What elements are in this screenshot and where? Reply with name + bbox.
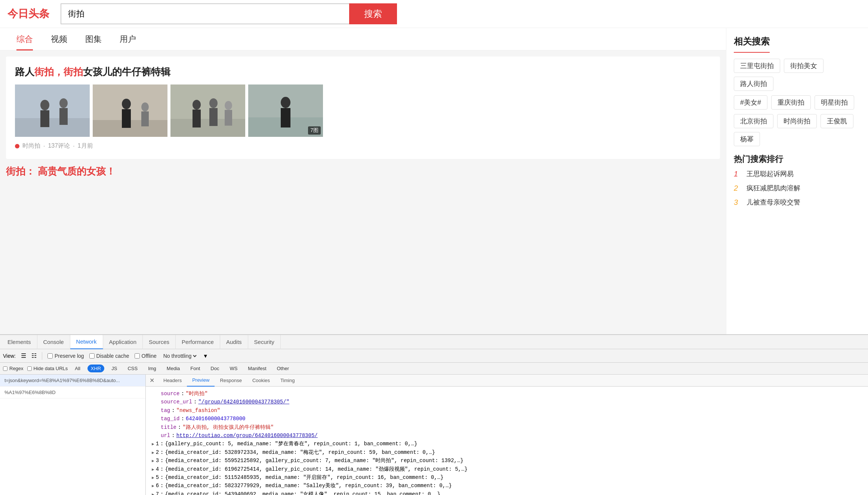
json-array-item-7[interactable]: ▶ 7: {media_creator_id: 5439400692, medi…	[152, 490, 862, 495]
preview-close-icon[interactable]: ✕	[146, 377, 158, 384]
json-key-source: source	[161, 390, 179, 398]
search-input[interactable]	[61, 3, 349, 24]
json-array-item-5[interactable]: ▶ 5: {media_creator_id: 51152485935, med…	[152, 473, 862, 482]
json-array-item-6[interactable]: ▶ 6: {media_creator_id: 58232779929, med…	[152, 482, 862, 490]
array-text-3: {media_creator_id: 55952125892, gallery_…	[165, 456, 463, 465]
request-list: t=json&keyword=%E8%A1%97%E6%8B%8D&auto..…	[0, 375, 146, 495]
search-button[interactable]: 搜索	[349, 3, 397, 24]
dt-tab-application[interactable]: Application	[103, 335, 143, 349]
tag-row-2: #美女# 重庆街拍 明星街拍	[734, 95, 861, 110]
json-array-item-1[interactable]: ▶ 1: {gallery_pic_count: 5, media_name: …	[152, 440, 862, 448]
offline-checkbox[interactable]	[135, 353, 140, 359]
preserve-log-toggle[interactable]: Preserve log	[47, 353, 84, 359]
tag-jiepaimeinv[interactable]: 街拍美女	[784, 59, 824, 73]
filter-img[interactable]: Img	[145, 365, 160, 372]
article-image-2[interactable]	[93, 84, 167, 137]
filter-all[interactable]: All	[71, 365, 83, 372]
preserve-log-checkbox[interactable]	[47, 353, 53, 359]
tag-chongqing[interactable]: 重庆街拍	[771, 95, 811, 110]
view-detail-icon[interactable]: ☷	[31, 352, 37, 359]
article-image-4[interactable]: 7图	[248, 84, 323, 137]
expand-arrow-5[interactable]: ▶	[152, 475, 154, 482]
tab-video[interactable]: 视频	[42, 28, 76, 50]
dt-tab-console[interactable]: Console	[37, 335, 70, 349]
disable-cache-toggle[interactable]: Disable cache	[89, 353, 129, 359]
hide-data-label: Hide data URLs	[34, 366, 68, 371]
hot-item-2[interactable]: 2 疯狂减肥肌肉溶解	[734, 184, 861, 193]
hot-item-1[interactable]: 1 王思聪起诉网易	[734, 169, 861, 178]
json-val-url[interactable]: http://toutiao.com/group/642401600004377…	[176, 431, 318, 440]
filter-font[interactable]: Font	[187, 365, 203, 372]
article-image-3[interactable]	[170, 84, 245, 137]
dt-tab-audits[interactable]: Audits	[220, 335, 248, 349]
json-line-title: title: "路人街拍, 街拍女孩儿的牛仔裤特辑"	[161, 423, 862, 431]
filter-js[interactable]: JS	[108, 365, 120, 372]
request-item-1[interactable]: t=json&keyword=%E8%A1%97%E6%8B%8D&auto..…	[0, 375, 145, 387]
svg-point-8	[122, 99, 131, 109]
tag-mingxing[interactable]: 明星街拍	[815, 95, 854, 110]
preview-tab-cookies[interactable]: Cookies	[247, 375, 275, 387]
tab-user[interactable]: 用户	[111, 28, 145, 50]
tag-wangkj[interactable]: 王俊凯	[821, 114, 853, 128]
expand-arrow-6[interactable]: ▶	[152, 483, 154, 490]
filter-xhr[interactable]: XHR	[87, 365, 104, 372]
filter-ws[interactable]: WS	[226, 365, 241, 372]
search-bar: 搜索	[61, 3, 397, 24]
tag-yangmi[interactable]: 杨幂	[734, 132, 760, 146]
hot-text-2: 疯狂减肥肌肉溶解	[747, 184, 800, 193]
hot-item-3[interactable]: 3 儿被查母亲咬交警	[734, 198, 861, 207]
offline-toggle[interactable]: Offline	[135, 353, 157, 359]
disable-cache-checkbox[interactable]	[89, 353, 95, 359]
dt-tab-network[interactable]: Network	[70, 335, 103, 349]
tab-comprehensive[interactable]: 综合	[7, 28, 42, 50]
request-item-2[interactable]: %A1%97%E6%8B%8D	[0, 387, 145, 399]
regex-checkbox[interactable]	[3, 366, 7, 371]
meta-separator2: ·	[73, 143, 74, 150]
json-val-tag: "news_fashion"	[176, 406, 221, 415]
tab-gallery[interactable]: 图集	[76, 28, 111, 50]
filter-manifest[interactable]: Manifest	[244, 365, 270, 372]
filter-doc[interactable]: Doc	[207, 365, 222, 372]
dt-tab-elements[interactable]: Elements	[1, 335, 37, 349]
svg-point-14	[193, 100, 201, 110]
logo: 今日头条	[7, 7, 49, 21]
article2-title[interactable]: 街拍： 高贵气质的女孩！	[0, 165, 726, 178]
article-section: 路人街拍，街拍女孩儿的牛仔裤特辑	[6, 56, 720, 159]
dt-tab-performance[interactable]: Performance	[176, 335, 220, 349]
throttle-select[interactable]: No throttling	[162, 353, 198, 359]
filter-media[interactable]: Media	[163, 365, 183, 372]
json-val-source-url[interactable]: "/group/6424016000043778305/"	[198, 398, 289, 406]
expand-arrow-4[interactable]: ▶	[152, 467, 154, 473]
preview-tab-headers[interactable]: Headers	[158, 375, 187, 387]
meta-time: 1月前	[78, 142, 93, 150]
preview-tab-preview[interactable]: Preview	[187, 375, 215, 387]
devtools: Elements Console Network Application Sou…	[0, 334, 868, 495]
dt-tab-sources[interactable]: Sources	[143, 335, 176, 349]
expand-arrow-3[interactable]: ▶	[152, 458, 154, 465]
json-array-item-2[interactable]: ▶ 2: {media_creator_id: 5328972334, medi…	[152, 448, 862, 456]
expand-arrow-7[interactable]: ▶	[152, 492, 154, 495]
tag-beijing[interactable]: 北京街拍	[734, 114, 773, 128]
meta-dot	[15, 144, 19, 148]
dt-tab-security[interactable]: Security	[248, 335, 281, 349]
hide-data-checkbox[interactable]	[27, 366, 32, 371]
json-array-item-3[interactable]: ▶ 3: {media_creator_id: 55952125892, gal…	[152, 456, 862, 465]
json-key-tag-id: tag_id	[161, 415, 179, 423]
filter-css[interactable]: CSS	[124, 365, 141, 372]
expand-arrow-2[interactable]: ▶	[152, 450, 154, 456]
filter-other[interactable]: Other	[274, 365, 293, 372]
json-array-item-4[interactable]: ▶ 4: {media_creator_id: 61962725414, gal…	[152, 465, 862, 473]
tag-meinv[interactable]: #美女#	[734, 95, 767, 110]
preview-tab-response[interactable]: Response	[215, 375, 247, 387]
tag-lurenjiepai[interactable]: 路人街拍	[734, 77, 773, 91]
regex-toggle[interactable]: Regex	[3, 366, 24, 371]
article-image-1[interactable]	[15, 84, 90, 137]
tag-shishang[interactable]: 时尚街拍	[777, 114, 817, 128]
view-list-icon[interactable]: ☰	[21, 352, 26, 359]
article-meta: 时尚拍 · 137评论 · 1月前	[15, 142, 711, 150]
tag-sanlihe[interactable]: 三里屯街拍	[734, 59, 780, 73]
expand-arrow-1[interactable]: ▶	[152, 441, 154, 448]
array-index-6: 6	[156, 482, 159, 490]
hide-data-toggle[interactable]: Hide data URLs	[27, 366, 68, 371]
preview-tab-timing[interactable]: Timing	[275, 375, 300, 387]
